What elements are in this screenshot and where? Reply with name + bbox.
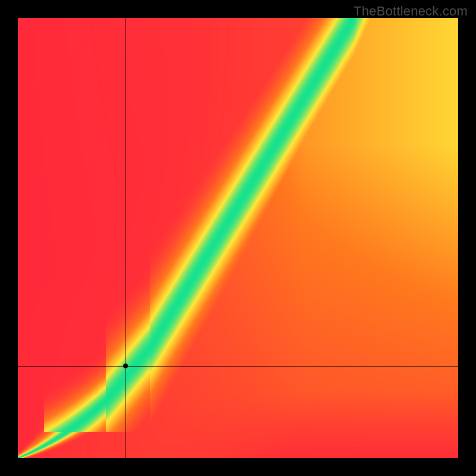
query-point-dot — [123, 364, 128, 368]
watermark-label: TheBottleneck.com — [353, 4, 468, 19]
heatmap-canvas — [18, 18, 458, 458]
chart-frame: TheBottleneck.com — [0, 0, 476, 476]
crosshair-vertical — [126, 18, 126, 458]
crosshair-horizontal — [18, 366, 458, 367]
